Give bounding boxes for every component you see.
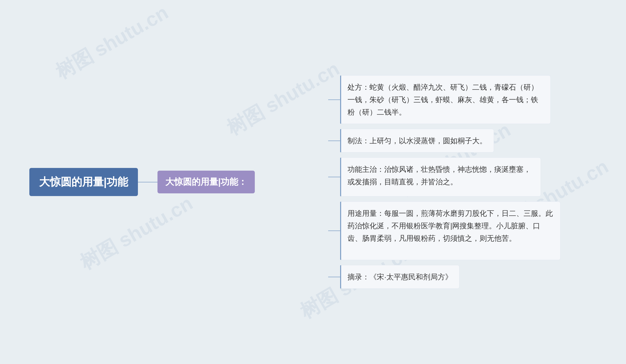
leaf-node-2: 制法：上研匀，以水浸蒸饼，圆如桐子大。 — [270, 129, 423, 152]
branch-lines-svg — [255, 124, 270, 240]
leaf-row-3: 功能主治：治惊风诸，壮热昏愦，神志恍惚，痰涎壅塞，或发搐搦，目睛直视，并皆治之。 — [270, 157, 490, 197]
mid-node: 大惊圆的用量|功能： — [157, 171, 255, 193]
root-to-mid-connector — [138, 182, 157, 182]
leaf-text-4: 用途用量：每服一圆，煎薄荷水磨剪刀股化下，日二、三服。此药治惊化涎，不用银粉医学… — [276, 209, 482, 242]
root-label: 大惊圆的用量|功能 — [39, 176, 128, 188]
leaf-text-3: 功能主治：治惊风诸，壮热昏愦，神志恍惚，痰涎壅塞，或发搐搦，目睛直视，并皆治之。 — [276, 165, 460, 186]
leaf-text-1: 处方：蛇黄（火煅、醋淬九次、研飞）二钱，青礞石（研）一钱，朱砂（研飞）三钱，虾蟆… — [276, 83, 467, 116]
leaves-container: 处方：蛇黄（火煅、醋淬九次、研飞）二钱，青礞石（研）一钱，朱砂（研飞）三钱，虾蟆… — [270, 75, 490, 289]
leaf-node-4: 用途用量：每服一圆，煎薄荷水磨剪刀股化下，日二、三服。此药治惊化涎，不用银粉医学… — [270, 201, 490, 260]
leaf-row-1: 处方：蛇黄（火煅、醋淬九次、研飞）二钱，青礞石（研）一钱，朱砂（研飞）三钱，虾蟆… — [270, 75, 490, 124]
mind-map-layout: 大惊圆的用量|功能 大惊圆的用量|功能： 处方：蛇黄（火煅、醋淬九次、研飞）二钱… — [29, 75, 626, 289]
leaf-node-3: 功能主治：治惊风诸，壮热昏愦，神志恍惚，痰涎壅塞，或发搐搦，目睛直视，并皆治之。 — [270, 157, 470, 197]
leaf-text-2: 制法：上研匀，以水浸蒸饼，圆如桐子大。 — [276, 137, 416, 145]
leaf-row-5: 摘录：《宋·太平惠民和剂局方》 — [270, 265, 490, 289]
leaf-node-5: 摘录：《宋·太平惠民和剂局方》 — [270, 265, 388, 289]
leaf-text-5: 摘录：《宋·太平惠民和剂局方》 — [276, 273, 381, 281]
leaf-row-4: 用途用量：每服一圆，煎薄荷水磨剪刀股化下，日二、三服。此药治惊化涎，不用银粉医学… — [270, 201, 490, 260]
mind-map-container: 大惊圆的用量|功能 大惊圆的用量|功能： 处方：蛇黄（火煅、醋淬九次、研飞）二钱… — [0, 0, 626, 364]
leaf-node-1: 处方：蛇黄（火煅、醋淬九次、研飞）二钱，青礞石（研）一钱，朱砂（研飞）三钱，虾蟆… — [270, 75, 480, 124]
mid-label: 大惊圆的用量|功能： — [165, 177, 247, 187]
root-node: 大惊圆的用量|功能 — [29, 168, 138, 196]
leaf-row-2: 制法：上研匀，以水浸蒸饼，圆如桐子大。 — [270, 129, 490, 152]
branches-connector: 处方：蛇黄（火煅、醋淬九次、研飞）二钱，青礞石（研）一钱，朱砂（研飞）三钱，虾蟆… — [255, 75, 490, 289]
